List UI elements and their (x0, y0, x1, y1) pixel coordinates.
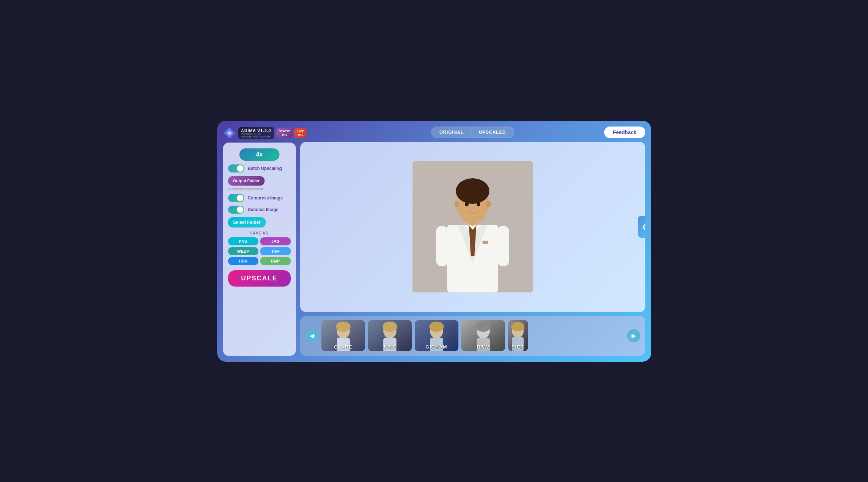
svg-rect-18 (497, 226, 509, 266)
static-bg-button[interactable]: STATICBG (276, 128, 293, 138)
carousel-label-sier: SIER (508, 344, 528, 350)
compress-image-toggle[interactable] (228, 194, 244, 202)
top-bar: ORIGINAL UPSCALED Feedback (300, 127, 645, 138)
nav-arrow-right[interactable]: ❮ (638, 216, 645, 238)
format-grid: PNG JPG WEBP TIFF HDR BMP (228, 237, 291, 265)
compress-image-label: Compress Image (248, 195, 283, 201)
svg-point-14 (454, 201, 459, 207)
svg-point-37 (511, 322, 524, 331)
carousel-item-clare[interactable]: CLARE (321, 320, 365, 351)
compress-image-row: Compress Image (228, 194, 291, 202)
brand-sub: "A PRODUCT OF AIIMAGEUPSCALE.COM" (241, 133, 271, 138)
carousel-label-bw: B&W (461, 344, 505, 350)
header-bar: ADIMA V1.2.0 "A PRODUCT OF AIIMAGEUPSCAL… (223, 127, 296, 140)
right-area: ORIGINAL UPSCALED Feedback (300, 127, 645, 356)
next-arrow-icon: ▶ (632, 332, 636, 339)
feedback-button[interactable]: Feedback (604, 127, 645, 138)
upscaled-view-button[interactable]: UPSCALED (472, 128, 513, 137)
view-toggle: ORIGINAL UPSCALED (431, 127, 515, 138)
format-jpg-button[interactable]: JPG (260, 237, 291, 245)
format-png-button[interactable]: PNG (228, 237, 259, 245)
save-as-label: SAVE AS (228, 231, 291, 235)
brand-title: ADIMA V1.2.0 (241, 128, 271, 133)
batch-upscaling-toggle[interactable] (228, 164, 244, 172)
select-folder-button[interactable]: Select Folder (228, 217, 266, 228)
format-webp-button[interactable]: WEBP (228, 247, 259, 255)
batch-upscaling-row: Batch Upscaling (228, 164, 291, 172)
carousel-label-gigham: GIGHAM (415, 344, 458, 350)
folder-path: C:/Users/81783/Downloads (228, 187, 291, 190)
format-bmp-button[interactable]: BMP (260, 257, 291, 265)
svg-rect-8 (482, 241, 488, 244)
svg-rect-17 (436, 226, 448, 266)
svg-point-25 (383, 322, 397, 332)
carousel-item-juno[interactable]: JUNO (368, 320, 412, 351)
format-tiff-button[interactable]: TIFF (260, 247, 291, 255)
denoise-image-row: Denoise Image (228, 206, 291, 214)
carousel-item-bw[interactable]: B&W (461, 320, 505, 351)
main-image (413, 161, 533, 292)
svg-point-15 (486, 201, 491, 207)
svg-point-29 (429, 322, 444, 332)
carousel-next-button[interactable]: ▶ (627, 329, 640, 342)
svg-point-13 (477, 202, 480, 206)
carousel-prev-button[interactable]: ◀ (305, 329, 318, 342)
carousel-item-sier[interactable]: SIER (508, 320, 528, 351)
carousel-label-juno: JUNO (368, 344, 412, 350)
svg-point-12 (465, 202, 469, 206)
svg-point-21 (336, 322, 351, 332)
logo-icon (223, 127, 236, 140)
scale-button[interactable]: 4x (239, 148, 279, 161)
carousel-items: CLARE (321, 320, 624, 351)
image-display: ❮ (300, 142, 645, 312)
save-as-section: SAVE AS PNG JPG WEBP TIFF HDR BMP (228, 231, 291, 265)
upscale-button[interactable]: UPSCALE (228, 270, 291, 287)
carousel-item-gigham[interactable]: GIGHAM (415, 320, 458, 351)
svg-point-33 (476, 322, 490, 332)
format-hdr-button[interactable]: HDR (228, 257, 259, 265)
denoise-image-label: Denoise Image (248, 207, 279, 212)
control-panel: 4x Batch Upscaling Output Folder C:/User… (223, 143, 296, 356)
left-panel: ADIMA V1.2.0 "A PRODUCT OF AIIMAGEUPSCAL… (223, 127, 296, 356)
carousel-area: ◀ (300, 316, 645, 356)
prev-arrow-icon: ◀ (310, 332, 314, 339)
output-folder-button[interactable]: Output Folder (228, 176, 265, 186)
batch-upscaling-label: Batch Upscaling (248, 166, 282, 171)
app-container: ADIMA V1.2.0 "A PRODUCT OF AIIMAGEUPSCAL… (217, 121, 651, 362)
brand-box: ADIMA V1.2.0 "A PRODUCT OF AIIMAGEUPSCAL… (238, 127, 274, 139)
original-view-button[interactable]: ORIGINAL (432, 128, 471, 137)
denoise-image-toggle[interactable] (228, 206, 244, 214)
carousel-label-clare: CLARE (321, 344, 365, 350)
right-arrow-icon: ❮ (642, 223, 645, 231)
